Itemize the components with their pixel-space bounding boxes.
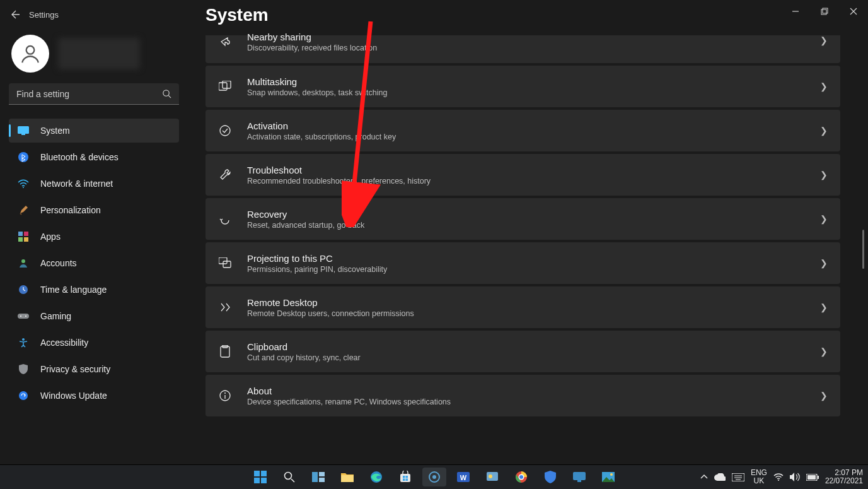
chevron-right-icon: ❯	[820, 35, 828, 45]
weather-button[interactable]	[480, 468, 504, 486]
nav-gaming[interactable]: Gaming	[9, 304, 179, 328]
scrollbar-thumb[interactable]	[862, 230, 864, 269]
card-multitasking[interactable]: Multitasking Snap windows, desktops, tas…	[205, 66, 840, 107]
chevron-right-icon: ❯	[820, 258, 828, 268]
svg-rect-70	[818, 476, 819, 479]
svg-point-11	[23, 187, 24, 188]
onedrive-icon[interactable]	[714, 473, 726, 481]
keyboard-icon[interactable]	[732, 473, 744, 481]
task-view-button[interactable]	[306, 468, 330, 486]
profile-block[interactable]	[9, 32, 182, 76]
chevron-right-icon: ❯	[820, 391, 828, 401]
svg-point-38	[284, 473, 291, 480]
card-about[interactable]: About Device specifications, rename PC, …	[205, 375, 840, 416]
nav-accounts[interactable]: Accounts	[9, 251, 179, 275]
app-title: Settings	[29, 10, 59, 20]
svg-rect-13	[24, 232, 28, 236]
system-tray: ENG UK 2:07 PM 22/07/2021	[700, 469, 863, 485]
lang-secondary: UK	[751, 477, 767, 485]
remote-desktop-icon	[218, 302, 232, 312]
card-texts: Clipboard Cut and copy history, sync, cl…	[247, 341, 361, 362]
svg-point-5	[26, 46, 35, 54]
nav-windows-update[interactable]: Windows Update	[9, 384, 179, 408]
card-remote-desktop[interactable]: Remote Desktop Remote Desktop users, con…	[205, 286, 840, 328]
card-projecting[interactable]: Projecting to this PC Permissions, pairi…	[205, 242, 840, 284]
shield-icon	[545, 471, 556, 483]
card-troubleshoot[interactable]: Troubleshoot Recommended troubleshooters…	[205, 154, 840, 196]
card-recovery[interactable]: Recovery Reset, advanced startup, go bac…	[205, 198, 840, 240]
svg-rect-49	[405, 479, 408, 481]
nav-accessibility[interactable]: Accessibility	[9, 331, 179, 355]
card-texts: Troubleshoot Recommended troubleshooters…	[247, 165, 431, 186]
nav-label: Privacy & security	[40, 364, 110, 374]
card-clipboard[interactable]: Clipboard Cut and copy history, sync, cl…	[205, 331, 840, 372]
search-input[interactable]: Find a setting	[9, 83, 179, 105]
nav-label: Bluetooth & devices	[40, 152, 119, 162]
card-texts: Multitasking Snap windows, desktops, tas…	[247, 76, 387, 97]
card-subtitle: Remote Desktop users, connection permiss…	[247, 309, 414, 318]
share-icon	[218, 35, 232, 48]
sidebar: Find a setting System Bluetooth & device…	[9, 32, 182, 408]
chevron-right-icon: ❯	[820, 214, 828, 224]
display-icon	[18, 126, 29, 135]
nav-time-language[interactable]: Time & language	[9, 278, 179, 302]
nav-network[interactable]: Network & internet	[9, 172, 179, 196]
shield-icon	[18, 364, 29, 374]
account-icon	[18, 258, 29, 268]
start-button[interactable]	[248, 468, 272, 486]
avatar	[11, 35, 49, 73]
card-subtitle: Activation state, subscriptions, product…	[247, 133, 396, 141]
card-activation[interactable]: Activation Activation state, subscriptio…	[205, 110, 840, 151]
card-subtitle: Recommended troubleshooters, preferences…	[247, 177, 431, 186]
nav-personalization[interactable]: Personalization	[9, 198, 179, 222]
card-nearby-sharing[interactable]: Nearby sharing Discoverability, received…	[205, 35, 840, 63]
svg-point-25	[220, 126, 230, 136]
svg-point-31	[224, 392, 226, 394]
volume-tray-icon[interactable]	[790, 473, 800, 481]
svg-rect-47	[405, 476, 408, 478]
card-title: Nearby sharing	[247, 32, 377, 42]
svg-rect-42	[319, 478, 325, 482]
page-heading: System	[205, 5, 859, 25]
nav-label: Accessibility	[40, 338, 88, 348]
settings-taskbar-button[interactable]	[422, 468, 446, 486]
svg-point-6	[163, 90, 169, 96]
card-subtitle: Permissions, pairing PIN, discoverabilit…	[247, 265, 387, 274]
person-icon	[20, 43, 41, 64]
edge-button[interactable]	[364, 468, 388, 486]
nav-privacy[interactable]: Privacy & security	[9, 357, 179, 381]
photo-icon	[602, 472, 615, 482]
nav-system[interactable]: System	[9, 119, 179, 143]
card-subtitle: Device specifications, rename PC, Window…	[247, 398, 451, 406]
clipboard-icon	[218, 345, 232, 358]
nav-list: System Bluetooth & devices Network & int…	[9, 119, 179, 408]
security-button[interactable]	[538, 468, 562, 486]
nav-label: System	[40, 126, 70, 136]
store-button[interactable]	[393, 468, 417, 486]
nav-bluetooth[interactable]: Bluetooth & devices	[9, 145, 179, 169]
edge-icon	[370, 471, 383, 483]
store-icon	[399, 471, 412, 483]
windows-icon	[254, 471, 267, 483]
paintbrush-icon	[18, 205, 29, 215]
svg-rect-45	[400, 474, 410, 482]
svg-rect-35	[261, 471, 267, 476]
chrome-button[interactable]	[509, 468, 533, 486]
language-indicator[interactable]: ENG UK	[751, 469, 767, 485]
word-button[interactable]: W	[451, 468, 475, 486]
nav-apps[interactable]: Apps	[9, 225, 179, 249]
svg-point-55	[489, 474, 492, 478]
clock[interactable]: 2:07 PM 22/07/2021	[825, 469, 863, 485]
screen-capture-button[interactable]	[567, 468, 591, 486]
tray-overflow[interactable]	[700, 474, 708, 480]
card-texts: Activation Activation state, subscriptio…	[247, 121, 396, 141]
card-title: Recovery	[247, 209, 364, 220]
search-button[interactable]	[277, 468, 301, 486]
battery-tray-icon[interactable]	[806, 474, 819, 481]
photos-button[interactable]	[596, 468, 620, 486]
back-button[interactable]	[0, 9, 29, 20]
card-texts: Recovery Reset, advanced startup, go bac…	[247, 209, 364, 230]
cloud-icon	[714, 473, 726, 481]
file-explorer-button[interactable]	[335, 468, 359, 486]
wifi-tray-icon[interactable]	[773, 473, 784, 481]
